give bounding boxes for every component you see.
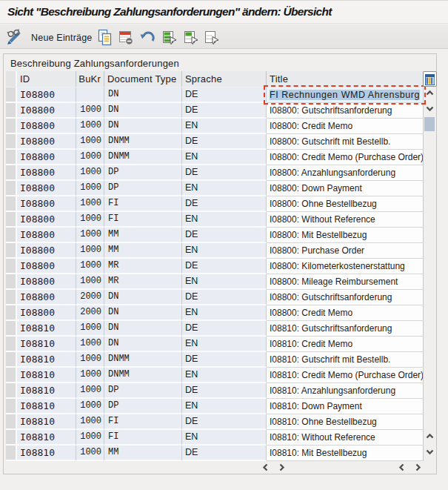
- cell-title[interactable]: I08800: Mit Bestellbezug: [267, 228, 424, 243]
- cell-document-type[interactable]: MM: [104, 243, 182, 259]
- cell-title[interactable]: I08800: Purchase Order: [267, 243, 424, 259]
- cell-id[interactable]: I08800: [17, 181, 76, 196]
- cell-title[interactable]: I08810: Ohne Bestellbezug: [267, 414, 424, 430]
- column-header-id[interactable]: ID: [17, 71, 76, 87]
- cell-bukr[interactable]: 1000: [76, 103, 104, 119]
- cell-bukr[interactable]: 1000: [76, 259, 104, 274]
- cell-document-type[interactable]: DN: [104, 87, 182, 103]
- select-all-icon[interactable]: [161, 29, 178, 47]
- select-all-rows-header[interactable]: [6, 71, 17, 87]
- cell-bukr[interactable]: 1000: [76, 228, 104, 243]
- scroll-left-icon[interactable]: [261, 463, 270, 472]
- cell-sprache[interactable]: DE: [182, 196, 267, 212]
- row-selector[interactable]: [6, 196, 17, 212]
- cell-title[interactable]: I08800: Gutschriftsanforderung: [267, 103, 424, 119]
- cell-title[interactable]: I08810: Mit Bestellbezug: [267, 446, 424, 461]
- cell-sprache[interactable]: EN: [182, 243, 267, 259]
- cell-sprache[interactable]: EN: [182, 274, 267, 290]
- cell-id[interactable]: I08800: [17, 259, 76, 274]
- cell-id[interactable]: I08800: [17, 134, 76, 150]
- cell-title[interactable]: I08800: Credit Memo (Purchase Order): [267, 150, 424, 165]
- cell-bukr[interactable]: 1000: [76, 134, 104, 150]
- cell-title[interactable]: I08800: Credit Memo: [267, 305, 424, 321]
- cell-id[interactable]: I08800: [17, 103, 76, 119]
- cell-title[interactable]: I08800: Kilometerkostenerstattung: [267, 259, 424, 274]
- row-selector[interactable]: [6, 259, 17, 274]
- row-selector[interactable]: [6, 383, 17, 399]
- row-selector[interactable]: [6, 414, 17, 430]
- cell-sprache[interactable]: EN: [182, 212, 267, 228]
- cell-id[interactable]: I08810: [17, 321, 76, 337]
- cell-id[interactable]: I08810: [17, 446, 76, 461]
- cell-title[interactable]: I08800: Mileage Reimbursement: [267, 274, 424, 290]
- select-block-icon[interactable]: [182, 29, 200, 47]
- cell-id[interactable]: I08800: [17, 274, 76, 290]
- cell-sprache[interactable]: EN: [182, 368, 267, 383]
- scroll-right-icon[interactable]: [278, 463, 286, 472]
- cell-bukr[interactable]: 2000: [76, 305, 104, 321]
- cell-title[interactable]: I08800: Ohne Bestellbezug: [267, 196, 424, 212]
- cell-id[interactable]: I08800: [17, 165, 76, 181]
- cell-sprache[interactable]: EN: [182, 181, 267, 196]
- cell-document-type[interactable]: FI: [104, 196, 182, 212]
- cell-sprache[interactable]: DE: [182, 87, 267, 103]
- row-selector[interactable]: [6, 150, 17, 165]
- cell-id[interactable]: I08810: [17, 399, 76, 414]
- cell-bukr[interactable]: 1000: [76, 243, 104, 259]
- deselect-all-icon[interactable]: [203, 29, 221, 47]
- cell-document-type[interactable]: DN: [104, 337, 182, 352]
- cell-document-type[interactable]: DN: [104, 119, 182, 134]
- cell-document-type[interactable]: DP: [104, 165, 182, 181]
- scroll-down-icon[interactable]: [425, 105, 435, 113]
- cell-id[interactable]: I08810: [17, 352, 76, 368]
- cell-bukr[interactable]: 1000: [76, 150, 104, 165]
- row-selector[interactable]: [6, 181, 17, 196]
- cell-id[interactable]: I08800: [17, 243, 76, 259]
- undo-icon[interactable]: [138, 29, 156, 47]
- scroll-left-right-icon[interactable]: [398, 463, 406, 472]
- row-selector[interactable]: [6, 274, 17, 290]
- cell-document-type[interactable]: DP: [104, 399, 182, 414]
- cell-sprache[interactable]: DE: [182, 321, 267, 337]
- cell-sprache[interactable]: DE: [182, 134, 267, 150]
- cell-bukr[interactable]: 1000: [76, 337, 104, 352]
- cell-title[interactable]: I08810: Anzahlungsanforderung: [267, 383, 424, 399]
- cell-title[interactable]: I08800: Without Reference: [267, 212, 424, 228]
- cell-document-type[interactable]: DN: [104, 305, 182, 321]
- cell-title[interactable]: I08810: Credit Memo: [267, 337, 424, 352]
- cell-title[interactable]: I08810: Gutschrift mit Bestellb.: [267, 352, 424, 368]
- cell-id[interactable]: I08800: [17, 119, 76, 134]
- row-selector[interactable]: [6, 305, 17, 321]
- column-header-bukr[interactable]: BuKr: [76, 71, 104, 87]
- vertical-scrollbar-thumb[interactable]: [424, 117, 435, 131]
- cell-id[interactable]: I08800: [17, 150, 76, 165]
- row-selector[interactable]: [6, 119, 17, 134]
- cell-document-type[interactable]: MR: [104, 259, 182, 274]
- cell-bukr[interactable]: 1000: [76, 414, 104, 430]
- row-selector[interactable]: [6, 243, 17, 259]
- cell-bukr[interactable]: 1000: [76, 212, 104, 228]
- cell-id[interactable]: I08800: [17, 290, 76, 305]
- scroll-up-icon[interactable]: [425, 89, 435, 97]
- cell-bukr[interactable]: 1000: [76, 368, 104, 383]
- cell-document-type[interactable]: DN: [104, 290, 182, 305]
- cell-title[interactable]: FI Rechnungen WMD Ahrensburg: [267, 87, 424, 103]
- cell-title[interactable]: I08800: Credit Memo: [267, 119, 424, 134]
- cell-bukr[interactable]: [76, 87, 104, 103]
- cell-id[interactable]: I08810: [17, 337, 76, 352]
- cell-id[interactable]: I08810: [17, 368, 76, 383]
- cell-document-type[interactable]: DNMM: [104, 352, 182, 368]
- cell-sprache[interactable]: EN: [182, 337, 267, 352]
- cell-sprache[interactable]: EN: [182, 399, 267, 414]
- cell-document-type[interactable]: MR: [104, 274, 182, 290]
- column-header-sprache[interactable]: Sprache: [182, 71, 267, 87]
- scroll-right-right-icon[interactable]: [414, 463, 422, 472]
- cell-document-type[interactable]: DNMM: [104, 368, 182, 383]
- cell-sprache[interactable]: EN: [182, 119, 267, 134]
- column-header-document-type[interactable]: Document Type: [104, 71, 182, 87]
- cell-bukr[interactable]: 1000: [76, 383, 104, 399]
- scroll-down-bottom-icon[interactable]: [425, 448, 435, 456]
- new-entries-button[interactable]: Neue Einträge: [31, 30, 93, 45]
- cell-document-type[interactable]: FI: [104, 212, 182, 228]
- cell-id[interactable]: I08800: [17, 87, 76, 103]
